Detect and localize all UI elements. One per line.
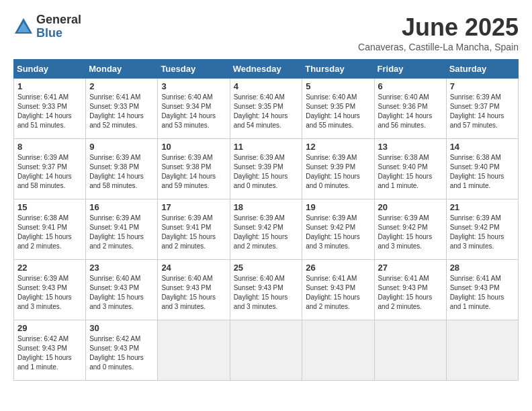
day-info: Sunrise: 6:40 AM Sunset: 9:43 PM Dayligh… [89,274,154,312]
day-info: Sunrise: 6:42 AM Sunset: 9:43 PM Dayligh… [17,334,82,372]
day-number: 10 [161,142,226,152]
calendar-header-friday: Friday [374,60,446,79]
calendar-cell: 30Sunrise: 6:42 AM Sunset: 9:43 PM Dayli… [86,320,158,381]
calendar-cell: 9Sunrise: 6:39 AM Sunset: 9:38 PM Daylig… [86,139,158,199]
calendar-week-2: 8Sunrise: 6:39 AM Sunset: 9:37 PM Daylig… [14,139,519,199]
calendar-header-saturday: Saturday [446,60,518,79]
day-info: Sunrise: 6:39 AM Sunset: 9:39 PM Dayligh… [306,153,370,191]
calendar-cell: 18Sunrise: 6:39 AM Sunset: 9:42 PM Dayli… [230,199,302,260]
day-info: Sunrise: 6:39 AM Sunset: 9:38 PM Dayligh… [89,153,154,191]
day-number: 17 [161,202,226,212]
logo: General Blue [13,13,81,40]
day-number: 8 [17,142,82,152]
calendar-cell: 17Sunrise: 6:39 AM Sunset: 9:41 PM Dayli… [158,199,230,260]
calendar-cell: 20Sunrise: 6:39 AM Sunset: 9:42 PM Dayli… [374,199,446,260]
calendar-cell: 13Sunrise: 6:38 AM Sunset: 9:40 PM Dayli… [374,139,446,199]
day-number: 4 [234,81,299,91]
calendar-cell: 15Sunrise: 6:38 AM Sunset: 9:41 PM Dayli… [14,199,86,260]
calendar-cell: 26Sunrise: 6:41 AM Sunset: 9:43 PM Dayli… [302,260,374,320]
day-number: 29 [17,323,82,333]
day-number: 21 [450,202,515,212]
month-title: June 2025 [358,13,519,42]
day-number: 1 [17,81,82,91]
calendar-cell: 1Sunrise: 6:41 AM Sunset: 9:33 PM Daylig… [14,79,86,139]
day-info: Sunrise: 6:40 AM Sunset: 9:43 PM Dayligh… [161,274,226,312]
day-number: 28 [450,263,515,273]
calendar-cell [230,320,302,381]
calendar-body: 1Sunrise: 6:41 AM Sunset: 9:33 PM Daylig… [14,79,519,381]
day-info: Sunrise: 6:41 AM Sunset: 9:43 PM Dayligh… [306,274,370,312]
calendar-cell: 25Sunrise: 6:40 AM Sunset: 9:43 PM Dayli… [230,260,302,320]
day-info: Sunrise: 6:39 AM Sunset: 9:41 PM Dayligh… [161,214,226,251]
day-info: Sunrise: 6:38 AM Sunset: 9:40 PM Dayligh… [378,153,443,191]
logo-blue: Blue [36,27,81,40]
calendar-cell: 4Sunrise: 6:40 AM Sunset: 9:35 PM Daylig… [230,79,302,139]
day-info: Sunrise: 6:39 AM Sunset: 9:39 PM Dayligh… [234,153,299,191]
page-header: General Blue June 2025 Canaveras, Castil… [13,13,519,52]
day-info: Sunrise: 6:41 AM Sunset: 9:43 PM Dayligh… [450,274,515,312]
day-info: Sunrise: 6:39 AM Sunset: 9:43 PM Dayligh… [17,274,82,312]
day-number: 12 [306,142,370,152]
calendar-cell [158,320,230,381]
day-info: Sunrise: 6:39 AM Sunset: 9:41 PM Dayligh… [89,214,154,251]
calendar-cell: 23Sunrise: 6:40 AM Sunset: 9:43 PM Dayli… [86,260,158,320]
day-info: Sunrise: 6:41 AM Sunset: 9:43 PM Dayligh… [378,274,443,312]
day-info: Sunrise: 6:40 AM Sunset: 9:35 PM Dayligh… [306,93,370,130]
calendar-cell: 8Sunrise: 6:39 AM Sunset: 9:37 PM Daylig… [14,139,86,199]
day-number: 19 [306,202,370,212]
logo-text: General Blue [36,13,81,40]
day-number: 5 [306,81,370,91]
calendar-cell: 16Sunrise: 6:39 AM Sunset: 9:41 PM Dayli… [86,199,158,260]
calendar-cell: 14Sunrise: 6:38 AM Sunset: 9:40 PM Dayli… [446,139,518,199]
calendar-cell: 22Sunrise: 6:39 AM Sunset: 9:43 PM Dayli… [14,260,86,320]
day-number: 2 [89,81,154,91]
day-info: Sunrise: 6:39 AM Sunset: 9:38 PM Dayligh… [161,153,226,191]
calendar-header-tuesday: Tuesday [158,60,230,79]
day-info: Sunrise: 6:41 AM Sunset: 9:33 PM Dayligh… [17,93,82,130]
calendar-cell: 3Sunrise: 6:40 AM Sunset: 9:34 PM Daylig… [158,79,230,139]
calendar-cell: 27Sunrise: 6:41 AM Sunset: 9:43 PM Dayli… [374,260,446,320]
calendar-header-row: SundayMondayTuesdayWednesdayThursdayFrid… [14,60,519,79]
calendar-cell: 24Sunrise: 6:40 AM Sunset: 9:43 PM Dayli… [158,260,230,320]
day-info: Sunrise: 6:39 AM Sunset: 9:42 PM Dayligh… [450,214,515,251]
calendar-cell: 29Sunrise: 6:42 AM Sunset: 9:43 PM Dayli… [14,320,86,381]
calendar-cell [374,320,446,381]
calendar-cell: 10Sunrise: 6:39 AM Sunset: 9:38 PM Dayli… [158,139,230,199]
calendar-header-sunday: Sunday [14,60,86,79]
day-number: 20 [378,202,443,212]
calendar-cell: 6Sunrise: 6:40 AM Sunset: 9:36 PM Daylig… [374,79,446,139]
day-number: 16 [89,202,154,212]
calendar-week-4: 22Sunrise: 6:39 AM Sunset: 9:43 PM Dayli… [14,260,519,320]
calendar-week-3: 15Sunrise: 6:38 AM Sunset: 9:41 PM Dayli… [14,199,519,260]
day-info: Sunrise: 6:40 AM Sunset: 9:35 PM Dayligh… [234,93,299,130]
day-number: 9 [89,142,154,152]
day-number: 3 [161,81,226,91]
calendar-header-monday: Monday [86,60,158,79]
logo-icon [13,17,34,37]
calendar-week-1: 1Sunrise: 6:41 AM Sunset: 9:33 PM Daylig… [14,79,519,139]
day-info: Sunrise: 6:39 AM Sunset: 9:42 PM Dayligh… [306,214,370,251]
day-info: Sunrise: 6:42 AM Sunset: 9:43 PM Dayligh… [89,334,154,372]
day-info: Sunrise: 6:39 AM Sunset: 9:42 PM Dayligh… [234,214,299,251]
day-info: Sunrise: 6:40 AM Sunset: 9:34 PM Dayligh… [161,93,226,130]
day-number: 22 [17,263,82,273]
day-info: Sunrise: 6:40 AM Sunset: 9:36 PM Dayligh… [378,93,443,130]
day-info: Sunrise: 6:39 AM Sunset: 9:42 PM Dayligh… [378,214,443,251]
day-info: Sunrise: 6:38 AM Sunset: 9:40 PM Dayligh… [450,153,515,191]
calendar-cell [302,320,374,381]
day-number: 7 [450,81,515,91]
day-number: 15 [17,202,82,212]
day-info: Sunrise: 6:38 AM Sunset: 9:41 PM Dayligh… [17,214,82,251]
title-block: June 2025 Canaveras, Castille-La Mancha,… [358,13,519,52]
calendar-cell: 5Sunrise: 6:40 AM Sunset: 9:35 PM Daylig… [302,79,374,139]
calendar-header-wednesday: Wednesday [230,60,302,79]
day-info: Sunrise: 6:39 AM Sunset: 9:37 PM Dayligh… [17,153,82,191]
calendar-cell: 12Sunrise: 6:39 AM Sunset: 9:39 PM Dayli… [302,139,374,199]
calendar-table: SundayMondayTuesdayWednesdayThursdayFrid… [13,59,519,381]
day-number: 14 [450,142,515,152]
calendar-header-thursday: Thursday [302,60,374,79]
calendar-cell: 11Sunrise: 6:39 AM Sunset: 9:39 PM Dayli… [230,139,302,199]
day-number: 23 [89,263,154,273]
location: Canaveras, Castille-La Mancha, Spain [358,42,519,52]
calendar-cell: 19Sunrise: 6:39 AM Sunset: 9:42 PM Dayli… [302,199,374,260]
